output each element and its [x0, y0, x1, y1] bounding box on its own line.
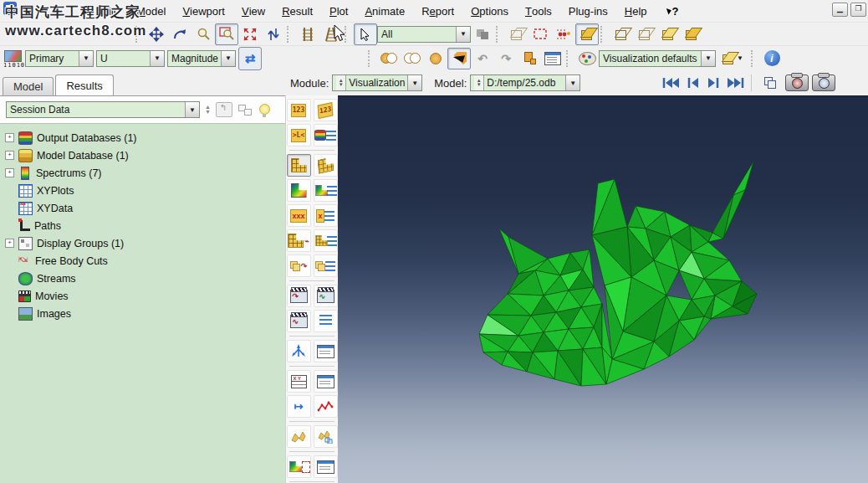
tree-item-streams[interactable]: +Streams — [0, 270, 285, 287]
next-frame-button[interactable] — [707, 77, 719, 89]
menu-item-tools[interactable]: Tools — [517, 0, 560, 22]
hidden-line-render-button[interactable] — [633, 23, 656, 45]
tab-model[interactable]: Model — [3, 77, 54, 95]
ply-results-button[interactable]: >L< — [287, 124, 311, 146]
chevron-down-icon[interactable]: ▼ — [79, 51, 93, 66]
help-info-button[interactable]: i — [760, 48, 784, 69]
session-data-select[interactable]: Session Data ▼ — [6, 101, 200, 118]
shaded-render-button[interactable] — [656, 23, 680, 45]
menu-item-report[interactable]: Report — [413, 0, 462, 22]
animate-harmonic-button[interactable]: ∿ — [287, 310, 311, 332]
triad-options-dialog-button[interactable] — [314, 340, 338, 362]
module-select[interactable]: ▲▼ Visualization ▼ — [332, 75, 422, 91]
parent-folder-icon[interactable] — [216, 102, 232, 117]
animate-time-history-button[interactable]: ∿ — [314, 285, 338, 307]
view-cut-manager-button[interactable] — [314, 425, 338, 448]
contour-limits-button[interactable] — [287, 455, 311, 478]
field-output-values-button[interactable]: 123 — [287, 99, 311, 121]
fea-model-mesh[interactable] — [338, 96, 868, 483]
select-from-inside-button[interactable] — [471, 23, 494, 45]
contour-options-button[interactable] — [314, 179, 338, 202]
tree-item-paths[interactable]: +Paths — [0, 217, 285, 234]
plot-undeformed-shape-button[interactable] — [287, 154, 311, 177]
field-output-component-select[interactable]: Magnitude▼ — [167, 50, 236, 67]
color-code-defaults-select[interactable]: Visualization defaults▼ — [599, 50, 716, 67]
superimpose-plots-button[interactable]: ↷ — [287, 254, 311, 277]
expander-icon[interactable]: + — [5, 151, 14, 160]
chevron-down-icon[interactable]: ▼ — [150, 51, 164, 66]
viewport-canvas[interactable] — [338, 95, 868, 483]
animate-scale-factor-button[interactable]: ↷ — [287, 285, 311, 307]
view-cut-toggle-button[interactable] — [505, 23, 528, 45]
tree-item-free-body-cuts[interactable]: +Free Body Cuts — [0, 252, 285, 270]
color-code-button[interactable] — [575, 48, 599, 69]
menu-item-plugins[interactable]: Plug-ins — [560, 0, 616, 22]
chevron-down-icon[interactable]: ▼ — [701, 51, 715, 66]
rotate-view-button[interactable] — [168, 23, 191, 45]
tree-item-xyplots[interactable]: +XYPlots — [0, 182, 285, 199]
model-select[interactable]: ▲▼ D:/temp/25.odb ▼ — [470, 75, 580, 91]
tile-viewports-button[interactable] — [758, 72, 782, 94]
minimize-button[interactable]: ▁ — [832, 3, 848, 17]
fit-view-button[interactable] — [238, 23, 262, 45]
create-path-button[interactable]: ↦ — [287, 395, 311, 418]
undo-button[interactable]: ↶ — [471, 48, 494, 69]
plot-symbols-button[interactable]: xxx — [287, 204, 311, 227]
tree-item-spectrums[interactable]: +Spectrums (7) — [0, 164, 285, 182]
field-output-variable-select[interactable]: U▼ — [96, 50, 165, 67]
context-help-icon[interactable]: ? — [667, 5, 679, 18]
box-zoom-button[interactable] — [215, 23, 238, 45]
frame-selector-button[interactable] — [518, 48, 541, 69]
tree-item-display-groups[interactable]: +Display Groups (1) — [0, 234, 285, 252]
parallel-projection-button[interactable] — [296, 23, 319, 45]
menu-item-result[interactable]: Result — [273, 0, 321, 22]
redo-button[interactable]: ↷ — [494, 48, 518, 69]
orientation-options-button[interactable] — [314, 229, 338, 252]
tree-item-xydata[interactable]: +XYData — [0, 199, 285, 217]
menu-item-viewport[interactable]: Viewport — [174, 0, 233, 22]
menu-item-options[interactable]: Options — [462, 0, 517, 22]
expander-icon[interactable]: + — [5, 133, 14, 142]
spinner-icon[interactable]: ▲▼ — [474, 75, 484, 90]
tree-item-output-databases[interactable]: +Output Databases (1) — [0, 129, 285, 146]
data-sheet-button[interactable] — [541, 48, 564, 69]
spinner-icon[interactable]: ▲▼ — [336, 75, 346, 90]
plot-triad-button[interactable] — [287, 340, 311, 362]
menu-item-plot[interactable]: Plot — [321, 0, 356, 22]
restore-button[interactable]: ❐ — [850, 3, 866, 17]
first-frame-button[interactable] — [662, 77, 679, 89]
single-layer-button[interactable] — [424, 48, 447, 69]
view-cut-button[interactable] — [287, 425, 311, 448]
color-mapping-button[interactable]: ▼ — [716, 48, 749, 69]
plot-material-orientations-button[interactable]: ⌁ — [287, 229, 311, 252]
last-frame-button[interactable] — [728, 77, 744, 89]
tree-scroll-spinner[interactable]: ▲▼ — [205, 105, 211, 115]
menu-item-help[interactable]: Help — [616, 0, 656, 22]
plot-deformed-shape-button[interactable] — [314, 154, 338, 177]
clip-region-button[interactable] — [528, 23, 552, 45]
menu-item-animate[interactable]: Animate — [356, 0, 413, 22]
tree-item-movies[interactable]: +Movies — [0, 287, 285, 305]
limits-options-dialog-button[interactable] — [314, 455, 338, 478]
chevron-down-icon[interactable]: ▼ — [565, 75, 580, 90]
chevron-down-icon[interactable]: ▼ — [221, 51, 235, 66]
menu-item-model[interactable]: Model — [128, 0, 174, 22]
overlay-intersect-button[interactable] — [377, 48, 401, 69]
field-output-values-tilted-button[interactable]: 123 — [314, 99, 338, 121]
plot-state-options-button[interactable] — [314, 254, 338, 277]
record-animation-button[interactable] — [785, 75, 809, 91]
tree-item-model-database[interactable]: +Model Database (1) — [0, 146, 285, 164]
animation-options-button[interactable] — [314, 310, 338, 332]
snapshot-button[interactable] — [812, 75, 835, 91]
previous-frame-button[interactable] — [687, 77, 699, 89]
expander-icon[interactable]: + — [5, 239, 14, 248]
wireframe-render-button[interactable] — [610, 23, 633, 45]
xy-options-dialog-button[interactable] — [314, 370, 338, 393]
create-xy-data-button[interactable] — [287, 370, 311, 393]
chevron-down-icon[interactable]: ▼ — [407, 75, 421, 90]
tab-results[interactable]: Results — [55, 75, 113, 95]
selection-filter-select[interactable]: All ▼ — [377, 26, 471, 43]
manipulate-view-button[interactable] — [575, 23, 599, 45]
chevron-down-icon[interactable]: ▼ — [456, 27, 470, 42]
field-output-position-select[interactable]: Primary▼ — [25, 50, 94, 67]
